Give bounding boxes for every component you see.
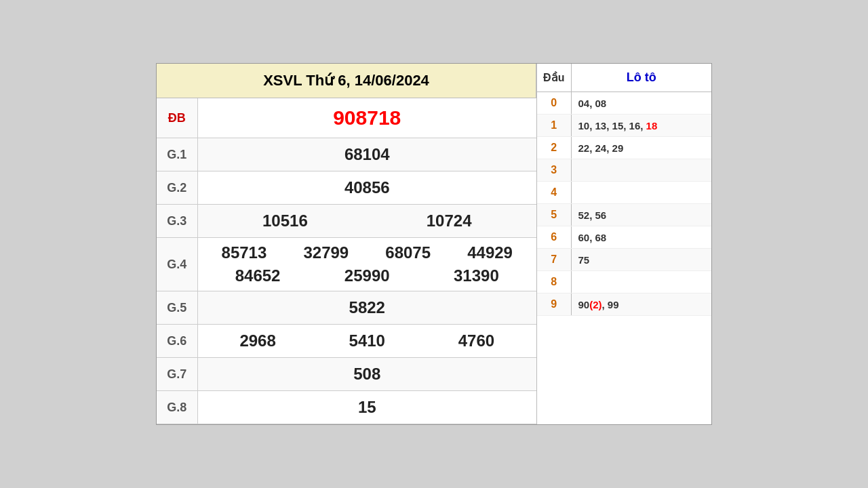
prize-value-g5: 5822 <box>197 291 536 325</box>
loto-header-row: Đầu Lô tô <box>537 64 711 92</box>
loto-dau-4: 4 <box>537 182 571 204</box>
loto-row-0: 0 04, 08 <box>537 92 711 115</box>
table-row: G.5 5822 <box>157 291 536 325</box>
loto-val-8 <box>571 271 711 293</box>
loto-row-8: 8 <box>537 271 711 293</box>
prize-label-g5: G.5 <box>157 291 197 325</box>
loto-dau-9: 9 <box>537 293 571 316</box>
prizes-table: ĐB 908718 G.1 68104 G.2 40856 G.3 10516 … <box>157 98 536 424</box>
prize-value-g3: 10516 10724 <box>198 205 537 237</box>
table-row: G.8 15 <box>157 391 536 424</box>
loto-val-1: 10, 13, 15, 16, 18 <box>571 115 711 137</box>
table-row: G.7 508 <box>157 358 536 391</box>
table-row: G.1 68104 <box>157 138 536 171</box>
prize-value-g8: 15 <box>197 391 536 424</box>
loto-table: Đầu Lô tô 0 04, 08 1 10, 13, 15, 16, 18 … <box>537 64 711 316</box>
prize-value-g7: 508 <box>197 358 536 391</box>
prize-value-g4: 85713 32799 68075 44929 84652 25990 3139… <box>197 238 536 291</box>
loto-row-3: 3 <box>537 159 711 182</box>
prize-label-g6: G.6 <box>157 325 197 358</box>
loto-row-2: 2 22, 24, 29 <box>537 137 711 159</box>
loto-header-loto: Lô tô <box>571 64 711 92</box>
loto-row-4: 4 <box>537 182 711 204</box>
prize-label-g4: G.4 <box>157 238 197 291</box>
loto-dau-7: 7 <box>537 249 571 271</box>
prize-label-g8: G.8 <box>157 391 197 424</box>
page-title: XSVL Thứ 6, 14/06/2024 <box>263 72 429 89</box>
table-row: G.4 85713 32799 68075 44929 84652 25990 … <box>157 238 536 291</box>
loto-dau-1: 1 <box>537 115 571 137</box>
loto-dau-8: 8 <box>537 271 571 293</box>
loto-val-5: 52, 56 <box>571 204 711 226</box>
prize-label-db: ĐB <box>157 98 197 138</box>
prize-label-g1: G.1 <box>157 138 197 171</box>
loto-row-9: 9 90(2), 99 <box>537 293 711 316</box>
prize-value-g2: 40856 <box>197 171 536 205</box>
loto-row-6: 6 60, 68 <box>537 226 711 249</box>
loto-dau-3: 3 <box>537 159 571 182</box>
loto-row-5: 5 52, 56 <box>537 204 711 226</box>
prize-label-g2: G.2 <box>157 171 197 205</box>
loto-val-2: 22, 24, 29 <box>571 137 711 159</box>
prize-value-g1: 68104 <box>197 138 536 171</box>
prize-label-g3: G.3 <box>157 205 197 238</box>
table-row: G.3 10516 10724 <box>157 205 536 238</box>
loto-val-3 <box>571 159 711 182</box>
loto-val-9: 90(2), 99 <box>571 293 711 316</box>
prize-label-g7: G.7 <box>157 358 197 391</box>
prize-value-db: 908718 <box>197 98 536 138</box>
loto-row-1: 1 10, 13, 15, 16, 18 <box>537 115 711 137</box>
table-row: ĐB 908718 <box>157 98 536 138</box>
loto-dau-6: 6 <box>537 226 571 249</box>
table-row: G.6 2968 5410 4760 <box>157 325 536 358</box>
loto-val-7: 75 <box>571 249 711 271</box>
loto-val-6: 60, 68 <box>571 226 711 249</box>
loto-panel: Đầu Lô tô 0 04, 08 1 10, 13, 15, 16, 18 … <box>536 64 711 424</box>
prize-value-g6: 2968 5410 4760 <box>198 325 537 357</box>
loto-dau-0: 0 <box>537 92 571 115</box>
loto-row-7: 7 75 <box>537 249 711 271</box>
loto-dau-2: 2 <box>537 137 571 159</box>
table-row: G.2 40856 <box>157 171 536 205</box>
loto-val-0: 04, 08 <box>571 92 711 115</box>
loto-val-4 <box>571 182 711 204</box>
loto-dau-5: 5 <box>537 204 571 226</box>
loto-header-dau: Đầu <box>537 64 571 92</box>
title-bar: XSVL Thứ 6, 14/06/2024 <box>157 64 536 98</box>
